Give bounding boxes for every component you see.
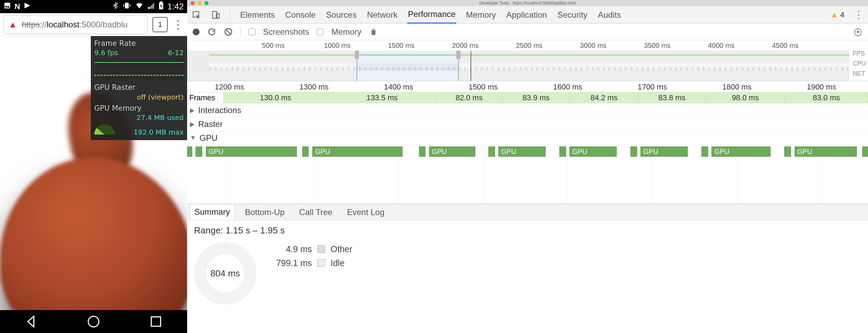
gpu-block[interactable] [862, 146, 868, 157]
tab-audits[interactable]: Audits [597, 7, 622, 23]
overview-strip[interactable]: 500 ms1000 ms1500 ms2000 ms2500 ms3000 m… [187, 40, 868, 81]
gpu-block[interactable]: GPU [569, 146, 617, 157]
settings-icon[interactable] [853, 27, 862, 36]
device-toggle-icon[interactable] [211, 10, 221, 20]
overview-tick: 4000 ms [708, 42, 735, 50]
frame-cell[interactable]: 83.9 ms [502, 92, 570, 103]
tab-sources[interactable]: Sources [325, 7, 357, 23]
other-ms: 4.9 ms [270, 244, 312, 254]
home-button[interactable] [86, 314, 102, 330]
screenshots-label: Screenshots [263, 27, 309, 37]
flame-tick: 1500 ms [468, 83, 498, 92]
gpu-track-area[interactable]: GPUGPUGPUGPUGPUGPUGPUGPU [187, 145, 868, 204]
frame-cell[interactable]: 130.0 ms [223, 92, 328, 103]
frame-cell[interactable]: 98.0 ms [706, 92, 785, 103]
clear-button[interactable] [224, 27, 233, 36]
bluetooth-icon [112, 2, 119, 11]
frames-cells[interactable]: 130.0 ms133.5 ms82.0 ms83.9 ms84.2 ms83.… [218, 92, 868, 103]
tab-network[interactable]: Network [366, 7, 398, 23]
gpu-memory-label: GPU Memory [94, 104, 184, 113]
details-tab-eventlog[interactable]: Event Log [343, 205, 388, 220]
details-tab-summary[interactable]: Summary [190, 204, 235, 220]
gpu-block[interactable] [701, 146, 708, 157]
gpu-block[interactable] [187, 146, 192, 157]
gpu-block[interactable]: GPU [312, 146, 403, 157]
gpu-block[interactable]: GPU [498, 146, 546, 157]
gpu-block[interactable]: GPU [206, 146, 297, 157]
more-icon[interactable]: ⋮ [853, 10, 864, 20]
selection-handle-right[interactable] [456, 51, 461, 59]
gpu-block[interactable]: GPU [640, 146, 688, 157]
overview-body[interactable] [187, 51, 849, 81]
gpu-mem-gauge [94, 124, 115, 135]
gpu-block[interactable] [195, 146, 202, 157]
phone-screen: N 1:42 ▲ https://localhost:5000/badblu 1… [0, 0, 187, 333]
back-button[interactable] [23, 314, 39, 330]
bunny-model [0, 157, 187, 310]
overview-selection[interactable] [357, 51, 459, 81]
insecure-icon: ▲ [9, 20, 17, 29]
overview-marker[interactable] [471, 51, 471, 81]
overview-fps-label: FPS [853, 50, 866, 57]
gpu-block[interactable]: GPU [711, 146, 771, 157]
play-icon [24, 2, 31, 11]
screenshots-checkbox[interactable] [248, 28, 255, 35]
warnings-badge[interactable]: ▲4 [831, 10, 844, 19]
selection-handle-left[interactable] [355, 51, 359, 59]
frames-row: Frames 130.0 ms133.5 ms82.0 ms83.9 ms84.… [187, 92, 868, 103]
gpu-block[interactable] [559, 146, 566, 157]
idle-swatch [317, 259, 325, 267]
menu-button[interactable]: ⋮ [173, 18, 184, 31]
summary-total: 804 ms [210, 268, 240, 279]
frame-cell[interactable]: 83.8 ms [638, 92, 706, 103]
overview-tick: 1000 ms [324, 42, 351, 50]
gpu-section[interactable]: ▼GPU [187, 131, 868, 145]
summary-legend: 4.9 ms Other 799.1 ms Idle [270, 242, 352, 270]
recents-button[interactable] [148, 314, 164, 330]
frame-cell[interactable]: 82.0 ms [436, 92, 502, 103]
inspect-icon[interactable] [191, 10, 202, 20]
tab-memory[interactable]: Memory [465, 7, 497, 23]
n-icon: N [15, 2, 20, 11]
gpu-block[interactable] [784, 146, 791, 157]
tab-security[interactable]: Security [557, 7, 588, 23]
gpu-block[interactable]: GPU [795, 146, 857, 157]
fps-sparkline-2 [94, 72, 184, 79]
statusbar-time: 1:42 [167, 2, 184, 11]
details-tab-bottomup[interactable]: Bottom-Up [241, 205, 289, 220]
raster-section[interactable]: ▶Raster [187, 117, 868, 131]
gpu-block[interactable] [419, 146, 426, 157]
fps-sparkline-1 [94, 59, 184, 69]
gpu-block[interactable] [488, 146, 495, 157]
perf-toolbar: Screenshots Memory [187, 24, 868, 40]
tabs-button[interactable]: 1 [152, 17, 168, 32]
tab-application[interactable]: Application [506, 7, 547, 23]
tab-console[interactable]: Console [284, 7, 316, 23]
details-tab-calltree[interactable]: Call Tree [295, 205, 336, 220]
tab-elements[interactable]: Elements [239, 7, 275, 23]
android-statusbar: N 1:42 [0, 0, 187, 13]
url-bar[interactable]: ▲ https://localhost:5000/badblu [3, 15, 148, 34]
memory-checkbox[interactable] [317, 28, 324, 35]
interactions-section[interactable]: ▶Interactions [187, 103, 868, 117]
gpu-block[interactable] [302, 146, 309, 157]
svg-point-10 [857, 31, 859, 33]
trash-button[interactable] [369, 27, 378, 36]
framerate-label: Frame Rate [94, 39, 184, 48]
reload-button[interactable] [207, 27, 216, 36]
flamechart[interactable]: 1200 ms1300 ms1400 ms1500 ms1600 ms1700 … [187, 81, 868, 204]
flame-tick: 1700 ms [638, 83, 667, 92]
flame-tick: 1600 ms [553, 83, 582, 92]
gpu-block[interactable]: GPU [429, 146, 475, 157]
frame-cell[interactable]: 133.5 ms [328, 92, 436, 103]
frame-cell[interactable]: 84.2 ms [570, 92, 638, 103]
summary-panel: Range: 1.15 s – 1.95 s 804 ms 4.9 ms Oth… [187, 220, 868, 333]
record-button[interactable] [193, 28, 200, 35]
gpu-raster-value: off (viewport) [137, 93, 184, 102]
flame-tick: 1300 ms [299, 83, 328, 92]
flame-tick: 1900 ms [807, 83, 836, 92]
frame-cell[interactable]: 83.0 ms [785, 92, 868, 103]
tab-performance[interactable]: Performance [407, 6, 456, 24]
other-label: Other [331, 244, 352, 254]
gpu-block[interactable] [630, 146, 637, 157]
